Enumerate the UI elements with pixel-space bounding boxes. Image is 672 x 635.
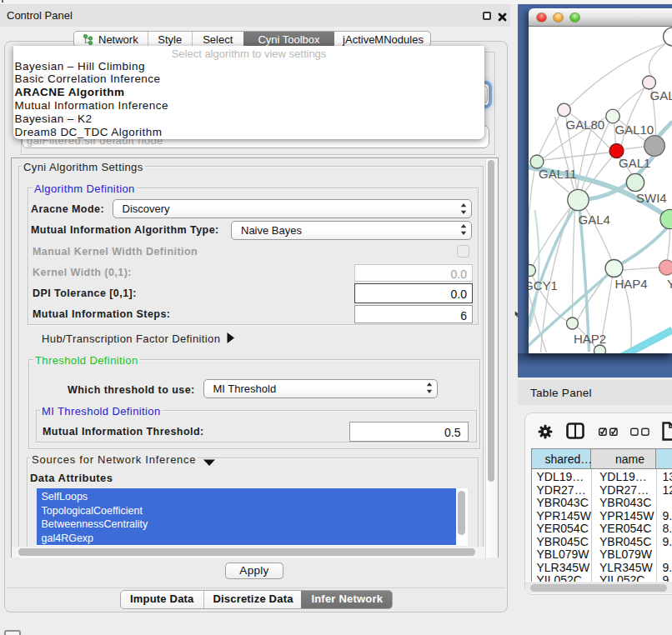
svg-text:GAL1: GAL1 — [619, 156, 650, 170]
svg-text:HAP4: HAP4 — [614, 277, 647, 291]
svg-text:GAL11: GAL11 — [539, 167, 577, 181]
svg-text:GAL80: GAL80 — [565, 118, 604, 132]
svg-text:GAL7: GAL7 — [649, 88, 672, 102]
svg-text:GAL4: GAL4 — [578, 212, 609, 227]
svg-text:GCY1: GCY1 — [529, 278, 558, 292]
svg-text:SWI4: SWI4 — [636, 191, 667, 205]
svg-text:Y: Y — [667, 277, 672, 291]
svg-text:GAL10: GAL10 — [614, 122, 654, 137]
svg-text:HAP2: HAP2 — [574, 332, 606, 346]
